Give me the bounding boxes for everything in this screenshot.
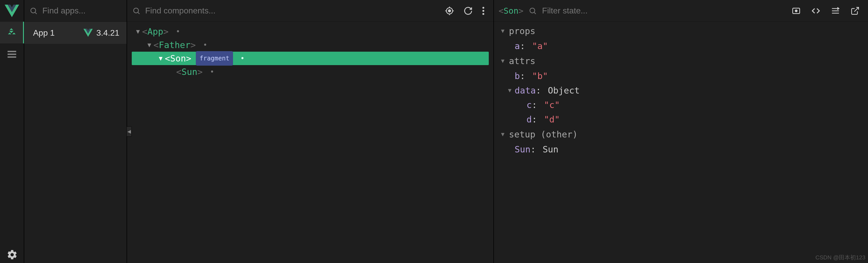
state-entry[interactable]: a: "a" (497, 39, 865, 53)
devtools-sidebar (0, 0, 24, 263)
caret-down-icon[interactable]: ▼ (505, 83, 515, 98)
inspect-dom-button[interactable] (811, 6, 820, 16)
app-list-item[interactable]: App 1 3.4.21 (24, 22, 127, 44)
components-tab-icon[interactable] (0, 22, 24, 43)
select-in-page-button[interactable] (445, 6, 454, 16)
refresh-button[interactable] (463, 6, 473, 16)
more-menu-button[interactable] (482, 6, 485, 16)
scroll-to-component-button[interactable] (792, 6, 801, 16)
state-filter-input[interactable] (542, 6, 786, 16)
svg-point-19 (795, 10, 797, 12)
search-icon (29, 7, 38, 15)
tree-node-sun[interactable]: <Sun> • (132, 65, 489, 79)
panel-collapse-handle[interactable]: ◀ (127, 126, 132, 137)
tree-node-app[interactable]: ▼ <App> • (132, 25, 489, 38)
caret-down-icon[interactable]: ▼ (497, 24, 509, 38)
render-indicator-icon: • (176, 25, 180, 38)
apps-search-row (24, 0, 127, 22)
section-header-props[interactable]: ▼ props (497, 23, 865, 39)
svg-point-8 (448, 9, 451, 12)
selected-component-name: <Son> (499, 6, 523, 16)
state-entry[interactable]: Sun: Sun (497, 142, 865, 156)
apps-panel: App 1 3.4.21 (24, 0, 127, 263)
section-props: ▼ props a: "a" (497, 23, 865, 53)
render-indicator-icon: • (240, 52, 245, 65)
state-entry[interactable]: b: "b" (497, 69, 865, 83)
timeline-tab-icon[interactable] (0, 43, 24, 65)
caret-down-icon[interactable]: ▼ (497, 127, 509, 142)
section-header-setup[interactable]: ▼ setup (other) (497, 126, 865, 142)
caret-down-icon[interactable]: ▼ (157, 52, 165, 65)
state-entry[interactable]: c: "c" (497, 98, 865, 112)
tree-node-son[interactable]: ▼ <Son> fragment • (132, 52, 489, 65)
svg-line-4 (35, 12, 37, 14)
svg-point-16 (530, 8, 535, 13)
svg-rect-0 (7, 51, 16, 52)
vue-logo (0, 0, 24, 22)
caret-down-icon[interactable]: ▼ (134, 25, 142, 38)
svg-line-17 (534, 12, 536, 14)
fragment-badge: fragment (196, 51, 233, 66)
section-setup: ▼ setup (other) Sun: Sun (497, 126, 865, 156)
caret-down-icon[interactable]: ▼ (145, 38, 153, 52)
svg-point-15 (482, 13, 484, 15)
state-header: <Son> (494, 0, 868, 22)
state-entry-object[interactable]: ▼ data: Object (497, 83, 865, 98)
search-icon (132, 7, 141, 15)
app-version: 3.4.21 (84, 28, 127, 38)
svg-point-14 (482, 10, 484, 11)
section-attrs: ▼ attrs b: "b" ▼ data: Object c: "c" d: … (497, 53, 865, 126)
state-body: ▼ props a: "a" ▼ attrs b: "b" ▼ data: (494, 22, 868, 156)
component-tree: ▼ <App> • ▼ <Father> • ▼ <Son> fragment … (127, 22, 493, 79)
svg-line-6 (138, 12, 140, 14)
state-entry[interactable]: d: "d" (497, 112, 865, 126)
state-panel: <Son> (494, 0, 868, 263)
caret-down-icon[interactable]: ▼ (497, 54, 509, 68)
settings-button[interactable] (0, 249, 24, 260)
render-indicator-icon: • (203, 38, 208, 52)
open-in-editor-button[interactable] (850, 6, 860, 16)
svg-rect-2 (7, 56, 16, 58)
search-icon (529, 7, 537, 15)
svg-point-13 (482, 7, 484, 8)
svg-point-3 (31, 8, 36, 13)
components-search-row (127, 0, 493, 22)
watermark: CSDN @田本初123 (815, 254, 866, 261)
svg-line-23 (854, 7, 859, 11)
svg-rect-1 (7, 54, 16, 55)
components-search-input[interactable] (145, 6, 440, 16)
app-name-label: App 1 (24, 28, 84, 38)
section-header-attrs[interactable]: ▼ attrs (497, 53, 865, 69)
app-version-label: 3.4.21 (96, 28, 119, 38)
render-indicator-icon: • (210, 65, 214, 79)
components-panel: ◀ ▼ <App> • (127, 0, 494, 263)
tree-node-father[interactable]: ▼ <Father> • (132, 38, 489, 52)
svg-point-5 (133, 8, 138, 13)
show-render-code-button[interactable] (831, 6, 840, 16)
